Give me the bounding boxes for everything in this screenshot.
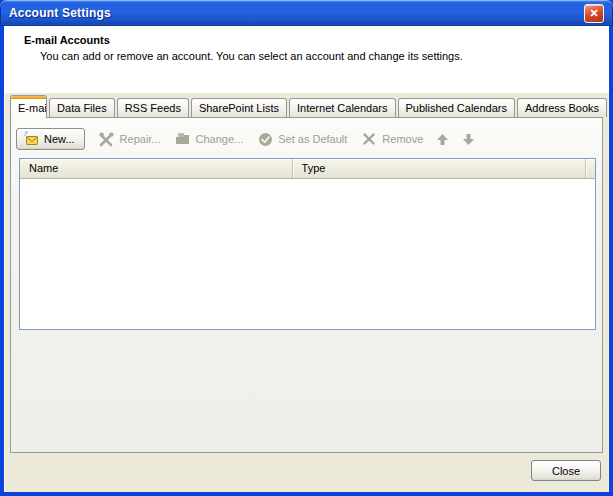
accounts-toolbar: New... Repair... <box>11 118 602 154</box>
accounts-list[interactable]: Name Type <box>19 158 596 330</box>
close-button[interactable]: Close <box>531 460 601 481</box>
move-down-button[interactable] <box>462 133 475 146</box>
close-window-button[interactable]: ✕ <box>584 4 604 23</box>
move-down-icon <box>462 133 475 146</box>
tab-data-files[interactable]: Data Files <box>49 98 115 117</box>
page-subtitle: You can add or remove an account. You ca… <box>40 50 609 62</box>
repair-account-button[interactable]: Repair... <box>99 131 161 147</box>
column-header-spacer <box>586 159 595 178</box>
new-account-button[interactable]: New... <box>16 128 85 150</box>
header-band: E-mail Accounts You can add or remove an… <box>4 26 609 93</box>
titlebar[interactable]: Account Settings ✕ <box>0 0 613 26</box>
set-as-default-button[interactable]: Set as Default <box>257 131 347 147</box>
set-default-check-icon <box>257 131 273 147</box>
set-as-default-label: Set as Default <box>278 133 347 145</box>
repair-tools-icon <box>99 131 115 147</box>
change-icon <box>175 131 191 147</box>
column-header-name[interactable]: Name <box>20 159 293 178</box>
tab-email[interactable]: E-mail <box>10 95 47 118</box>
account-settings-dialog: Account Settings ✕ E-mail Accounts You c… <box>0 0 613 496</box>
tab-sharepoint-lists[interactable]: SharePoint Lists <box>191 98 287 117</box>
tabstrip: E-mail Data Files RSS Feeds SharePoint L… <box>4 93 609 117</box>
page-title: E-mail Accounts <box>24 34 609 46</box>
tab-published-calendars[interactable]: Published Calendars <box>398 98 516 117</box>
close-icon: ✕ <box>589 7 598 19</box>
move-up-button[interactable] <box>436 133 449 146</box>
dialog-body: E-mail Accounts You can add or remove an… <box>4 26 609 492</box>
new-account-label: New... <box>44 133 75 145</box>
tab-address-books[interactable]: Address Books <box>517 98 607 117</box>
change-account-label: Change... <box>196 133 244 145</box>
change-account-button[interactable]: Change... <box>175 131 244 147</box>
email-tab-panel: New... Repair... <box>10 117 603 453</box>
move-up-icon <box>436 133 449 146</box>
remove-account-button[interactable]: Remove <box>361 131 423 147</box>
new-mail-icon <box>23 131 39 147</box>
remove-account-label: Remove <box>382 133 423 145</box>
column-header-type[interactable]: Type <box>293 159 586 178</box>
tab-internet-calendars[interactable]: Internet Calendars <box>289 98 396 117</box>
accounts-list-header: Name Type <box>20 159 595 179</box>
window-title: Account Settings <box>0 6 111 20</box>
remove-x-icon <box>361 131 377 147</box>
repair-account-label: Repair... <box>120 133 161 145</box>
tab-rss-feeds[interactable]: RSS Feeds <box>117 98 189 117</box>
accounts-list-body[interactable] <box>20 179 595 329</box>
